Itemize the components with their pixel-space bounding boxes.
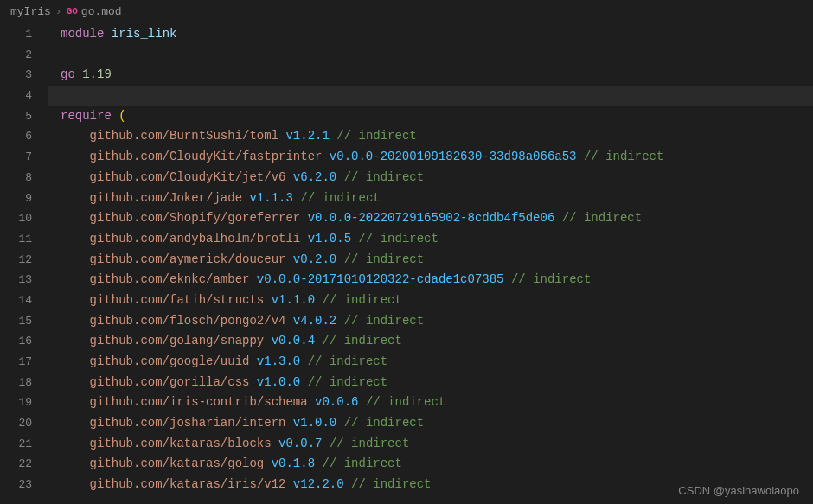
line-number: 6 [0,126,48,147]
code-line[interactable]: require ( [48,106,813,127]
line-number: 22 [0,454,48,475]
code-line[interactable]: github.com/kataras/golog v0.1.8 // indir… [48,454,813,475]
line-number: 10 [0,208,48,229]
line-number: 20 [0,413,48,434]
code-line[interactable] [48,86,813,106]
line-number-gutter: 1234567891011121314151617181920212223 [0,22,48,504]
line-number: 9 [0,188,48,209]
code-line[interactable]: github.com/eknkc/amber v0.0.0-2017101012… [48,270,813,290]
watermark: CSDN @yasinawolaopo [678,484,799,497]
line-number: 2 [0,45,48,66]
line-number: 3 [0,65,48,86]
go-file-icon: GO [67,6,78,16]
line-number: 11 [0,229,48,250]
line-number: 23 [0,475,48,495]
code-line[interactable]: github.com/golang/snappy v0.0.4 // indir… [48,331,813,352]
code-line[interactable]: github.com/CloudyKit/jet/v6 v6.2.0 // in… [48,168,813,188]
code-line[interactable]: github.com/gorilla/css v1.0.0 // indirec… [48,373,813,393]
code-line[interactable]: github.com/CloudyKit/fastprinter v0.0.0-… [48,147,813,168]
line-number: 16 [0,331,48,352]
breadcrumb: myIris › GO go.mod [0,0,813,22]
line-number: 14 [0,290,48,311]
line-number: 19 [0,392,48,413]
line-number: 1 [0,24,48,45]
line-number: 8 [0,168,48,188]
line-number: 17 [0,352,48,373]
code-line[interactable]: github.com/BurntSushi/toml v1.2.1 // ind… [48,126,813,147]
code-line[interactable]: github.com/iris-contrib/schema v0.0.6 //… [48,392,813,413]
line-number: 12 [0,250,48,271]
code-line[interactable]: github.com/kataras/blocks v0.0.7 // indi… [48,434,813,455]
chevron-right-icon: › [55,5,62,18]
line-number: 18 [0,373,48,393]
line-number: 21 [0,434,48,455]
code-line[interactable]: github.com/Joker/jade v1.1.3 // indirect [48,188,813,209]
code-line[interactable]: github.com/aymerick/douceur v0.2.0 // in… [48,250,813,271]
code-area[interactable]: module iris_linkgo 1.19require ( github.… [48,22,813,504]
line-number: 15 [0,311,48,332]
line-number: 13 [0,270,48,290]
code-line[interactable]: github.com/Shopify/goreferrer v0.0.0-202… [48,208,813,229]
code-line[interactable] [48,45,813,66]
code-line[interactable]: github.com/fatih/structs v1.1.0 // indir… [48,290,813,311]
code-line[interactable]: github.com/andybalholm/brotli v1.0.5 // … [48,229,813,250]
code-line[interactable]: go 1.19 [48,65,813,86]
breadcrumb-folder[interactable]: myIris [10,5,51,18]
breadcrumb-file[interactable]: go.mod [81,5,122,18]
code-line[interactable]: github.com/josharian/intern v1.0.0 // in… [48,413,813,434]
code-editor[interactable]: 1234567891011121314151617181920212223 mo… [0,22,813,504]
line-number: 5 [0,106,48,127]
line-number: 4 [0,86,48,106]
code-line[interactable]: github.com/flosch/pongo2/v4 v4.0.2 // in… [48,311,813,332]
code-line[interactable]: module iris_link [48,24,813,45]
line-number: 7 [0,147,48,168]
code-line[interactable]: github.com/google/uuid v1.3.0 // indirec… [48,352,813,373]
